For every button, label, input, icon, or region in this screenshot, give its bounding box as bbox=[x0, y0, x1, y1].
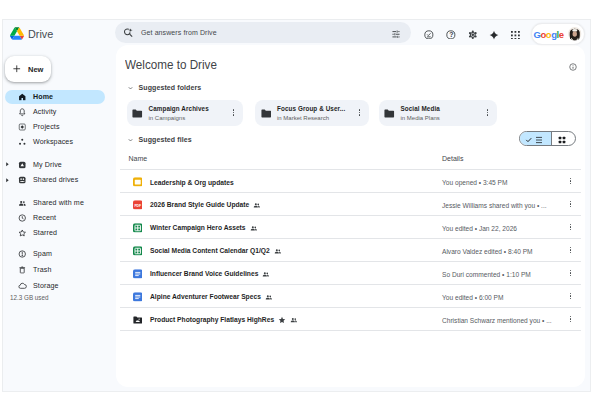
svg-text:PDF: PDF bbox=[134, 203, 141, 207]
